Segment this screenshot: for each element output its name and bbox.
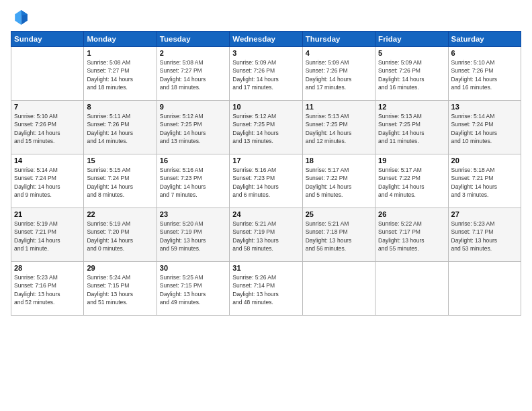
- day-number: 16: [160, 156, 226, 165]
- day-info: Sunrise: 5:25 AM Sunset: 7:15 PM Dayligh…: [160, 273, 226, 306]
- day-cell: 7Sunrise: 5:10 AM Sunset: 7:26 PM Daylig…: [11, 101, 84, 154]
- day-number: 27: [451, 210, 518, 218]
- day-info: Sunrise: 5:19 AM Sunset: 7:20 PM Dayligh…: [87, 220, 153, 253]
- day-number: 17: [232, 156, 299, 165]
- day-number: 26: [378, 210, 445, 218]
- day-info: Sunrise: 5:21 AM Sunset: 7:19 PM Dayligh…: [232, 220, 299, 253]
- day-info: Sunrise: 5:10 AM Sunset: 7:26 PM Dayligh…: [14, 112, 81, 145]
- day-cell: 16Sunrise: 5:16 AM Sunset: 7:23 PM Dayli…: [157, 154, 229, 208]
- day-info: Sunrise: 5:20 AM Sunset: 7:19 PM Dayligh…: [160, 220, 226, 253]
- day-info: Sunrise: 5:16 AM Sunset: 7:23 PM Dayligh…: [232, 166, 299, 199]
- day-cell: 22Sunrise: 5:19 AM Sunset: 7:20 PM Dayli…: [84, 208, 157, 262]
- day-number: 13: [451, 103, 518, 111]
- day-number: 5: [378, 49, 445, 57]
- day-info: Sunrise: 5:13 AM Sunset: 7:25 PM Dayligh…: [378, 112, 445, 145]
- weekday-header-saturday: Saturday: [448, 32, 521, 47]
- day-info: Sunrise: 5:09 AM Sunset: 7:26 PM Dayligh…: [378, 58, 445, 91]
- day-cell: 8Sunrise: 5:11 AM Sunset: 7:26 PM Daylig…: [84, 101, 157, 154]
- week-row-1: 1Sunrise: 5:08 AM Sunset: 7:27 PM Daylig…: [11, 47, 521, 101]
- weekday-header-friday: Friday: [375, 32, 448, 47]
- day-info: Sunrise: 5:21 AM Sunset: 7:18 PM Dayligh…: [306, 220, 372, 253]
- day-cell: [302, 262, 375, 316]
- day-info: Sunrise: 5:08 AM Sunset: 7:27 PM Dayligh…: [87, 58, 153, 91]
- day-info: Sunrise: 5:18 AM Sunset: 7:21 PM Dayligh…: [451, 166, 518, 199]
- day-info: Sunrise: 5:10 AM Sunset: 7:26 PM Dayligh…: [451, 58, 518, 91]
- day-number: 2: [160, 49, 226, 57]
- day-number: 22: [87, 210, 153, 218]
- day-cell: [11, 47, 84, 101]
- week-row-5: 28Sunrise: 5:23 AM Sunset: 7:16 PM Dayli…: [11, 262, 521, 316]
- day-info: Sunrise: 5:26 AM Sunset: 7:14 PM Dayligh…: [232, 273, 299, 306]
- logo-icon: [11, 8, 30, 27]
- day-cell: 18Sunrise: 5:17 AM Sunset: 7:22 PM Dayli…: [302, 154, 375, 208]
- week-row-4: 21Sunrise: 5:19 AM Sunset: 7:21 PM Dayli…: [11, 208, 521, 262]
- day-cell: 3Sunrise: 5:09 AM Sunset: 7:26 PM Daylig…: [230, 47, 302, 101]
- weekday-header-row: SundayMondayTuesdayWednesdayThursdayFrid…: [11, 32, 521, 47]
- day-number: 15: [87, 156, 153, 165]
- svg-marker-1: [15, 10, 21, 25]
- day-number: 12: [378, 103, 445, 111]
- day-number: 21: [14, 210, 81, 218]
- day-number: 10: [232, 103, 299, 111]
- day-number: 28: [14, 264, 81, 272]
- day-cell: 23Sunrise: 5:20 AM Sunset: 7:19 PM Dayli…: [157, 208, 229, 262]
- day-cell: 30Sunrise: 5:25 AM Sunset: 7:15 PM Dayli…: [157, 262, 229, 316]
- day-number: 24: [232, 210, 299, 218]
- day-cell: 26Sunrise: 5:22 AM Sunset: 7:17 PM Dayli…: [375, 208, 448, 262]
- day-info: Sunrise: 5:14 AM Sunset: 7:24 PM Dayligh…: [14, 166, 81, 199]
- day-number: 3: [232, 49, 299, 57]
- day-cell: 13Sunrise: 5:14 AM Sunset: 7:24 PM Dayli…: [448, 101, 521, 154]
- day-cell: 24Sunrise: 5:21 AM Sunset: 7:19 PM Dayli…: [230, 208, 302, 262]
- day-info: Sunrise: 5:13 AM Sunset: 7:25 PM Dayligh…: [306, 112, 372, 145]
- day-cell: 11Sunrise: 5:13 AM Sunset: 7:25 PM Dayli…: [302, 101, 375, 154]
- day-number: 7: [14, 103, 81, 111]
- day-number: 29: [87, 264, 153, 272]
- day-cell: 27Sunrise: 5:23 AM Sunset: 7:17 PM Dayli…: [448, 208, 521, 262]
- day-info: Sunrise: 5:24 AM Sunset: 7:15 PM Dayligh…: [87, 273, 153, 306]
- day-number: 30: [160, 264, 226, 272]
- day-cell: 25Sunrise: 5:21 AM Sunset: 7:18 PM Dayli…: [302, 208, 375, 262]
- day-number: 11: [306, 103, 372, 111]
- header: [11, 8, 521, 27]
- day-number: 20: [451, 156, 518, 165]
- day-info: Sunrise: 5:23 AM Sunset: 7:17 PM Dayligh…: [451, 220, 518, 253]
- weekday-header-monday: Monday: [84, 32, 157, 47]
- day-cell: 9Sunrise: 5:12 AM Sunset: 7:25 PM Daylig…: [157, 101, 229, 154]
- day-info: Sunrise: 5:08 AM Sunset: 7:27 PM Dayligh…: [160, 58, 226, 91]
- day-cell: 5Sunrise: 5:09 AM Sunset: 7:26 PM Daylig…: [375, 47, 448, 101]
- calendar-table: SundayMondayTuesdayWednesdayThursdayFrid…: [11, 31, 521, 316]
- day-info: Sunrise: 5:17 AM Sunset: 7:22 PM Dayligh…: [378, 166, 445, 199]
- day-cell: 19Sunrise: 5:17 AM Sunset: 7:22 PM Dayli…: [375, 154, 448, 208]
- day-cell: 29Sunrise: 5:24 AM Sunset: 7:15 PM Dayli…: [84, 262, 157, 316]
- week-row-2: 7Sunrise: 5:10 AM Sunset: 7:26 PM Daylig…: [11, 101, 521, 154]
- day-cell: 12Sunrise: 5:13 AM Sunset: 7:25 PM Dayli…: [375, 101, 448, 154]
- day-cell: 14Sunrise: 5:14 AM Sunset: 7:24 PM Dayli…: [11, 154, 84, 208]
- day-number: 31: [232, 264, 299, 272]
- calendar-page: SundayMondayTuesdayWednesdayThursdayFrid…: [0, 0, 532, 411]
- day-info: Sunrise: 5:23 AM Sunset: 7:16 PM Dayligh…: [14, 273, 81, 306]
- weekday-header-thursday: Thursday: [302, 32, 375, 47]
- day-cell: 21Sunrise: 5:19 AM Sunset: 7:21 PM Dayli…: [11, 208, 84, 262]
- day-cell: 28Sunrise: 5:23 AM Sunset: 7:16 PM Dayli…: [11, 262, 84, 316]
- day-cell: 15Sunrise: 5:15 AM Sunset: 7:24 PM Dayli…: [84, 154, 157, 208]
- logo: [11, 8, 32, 27]
- day-info: Sunrise: 5:12 AM Sunset: 7:25 PM Dayligh…: [232, 112, 299, 145]
- day-info: Sunrise: 5:14 AM Sunset: 7:24 PM Dayligh…: [451, 112, 518, 145]
- day-number: 1: [87, 49, 153, 57]
- day-info: Sunrise: 5:22 AM Sunset: 7:17 PM Dayligh…: [378, 220, 445, 253]
- day-number: 14: [14, 156, 81, 165]
- day-number: 4: [306, 49, 372, 57]
- day-number: 6: [451, 49, 518, 57]
- day-cell: 17Sunrise: 5:16 AM Sunset: 7:23 PM Dayli…: [230, 154, 302, 208]
- day-info: Sunrise: 5:12 AM Sunset: 7:25 PM Dayligh…: [160, 112, 226, 145]
- weekday-header-wednesday: Wednesday: [230, 32, 302, 47]
- day-cell: 10Sunrise: 5:12 AM Sunset: 7:25 PM Dayli…: [230, 101, 302, 154]
- day-info: Sunrise: 5:16 AM Sunset: 7:23 PM Dayligh…: [160, 166, 226, 199]
- day-info: Sunrise: 5:17 AM Sunset: 7:22 PM Dayligh…: [306, 166, 372, 199]
- day-info: Sunrise: 5:09 AM Sunset: 7:26 PM Dayligh…: [306, 58, 372, 91]
- day-number: 9: [160, 103, 226, 111]
- day-cell: 31Sunrise: 5:26 AM Sunset: 7:14 PM Dayli…: [230, 262, 302, 316]
- day-info: Sunrise: 5:09 AM Sunset: 7:26 PM Dayligh…: [232, 58, 299, 91]
- day-number: 18: [306, 156, 372, 165]
- day-info: Sunrise: 5:19 AM Sunset: 7:21 PM Dayligh…: [14, 220, 81, 253]
